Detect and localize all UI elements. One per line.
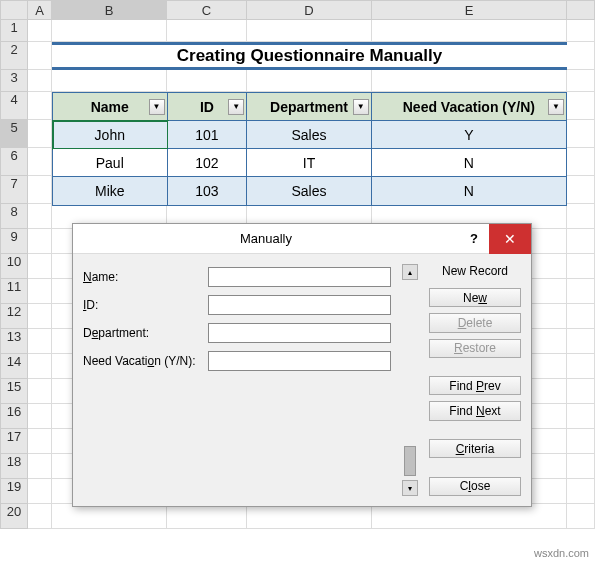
row-header-8[interactable]: 8 (0, 204, 28, 229)
table-cell[interactable]: Y (372, 121, 566, 149)
filter-dropdown-icon[interactable]: ▼ (149, 99, 165, 115)
cell[interactable] (567, 454, 595, 479)
cell[interactable] (567, 254, 595, 279)
row-header-18[interactable]: 18 (0, 454, 28, 479)
cell[interactable] (28, 504, 52, 529)
table-cell[interactable]: John (53, 121, 168, 149)
cell[interactable] (567, 176, 595, 204)
cell[interactable] (567, 429, 595, 454)
table-header-name[interactable]: Name▼ (53, 93, 168, 121)
table-cell[interactable]: IT (247, 149, 372, 177)
cell[interactable] (567, 229, 595, 254)
help-button[interactable]: ? (459, 224, 489, 254)
row-header-17[interactable]: 17 (0, 429, 28, 454)
cell[interactable] (28, 148, 52, 176)
cell[interactable] (28, 120, 52, 148)
cell[interactable] (167, 70, 247, 92)
id-input[interactable] (208, 295, 391, 315)
cell[interactable] (567, 304, 595, 329)
cell[interactable] (28, 42, 52, 70)
cell[interactable] (372, 504, 567, 529)
table-header-department[interactable]: Department▼ (247, 93, 372, 121)
record-scrollbar[interactable]: ▴ ▾ (401, 264, 419, 496)
cell[interactable] (28, 379, 52, 404)
name-input[interactable] (208, 267, 391, 287)
cell[interactable] (28, 454, 52, 479)
cell[interactable] (167, 504, 247, 529)
cell[interactable] (28, 254, 52, 279)
cell[interactable] (567, 504, 595, 529)
cell[interactable] (28, 479, 52, 504)
row-header-1[interactable]: 1 (0, 20, 28, 42)
row-header-6[interactable]: 6 (0, 148, 28, 176)
table-header-vacation[interactable]: Need Vacation (Y/N)▼ (372, 93, 566, 121)
table-cell[interactable]: Paul (53, 149, 168, 177)
find-prev-button[interactable]: Find Prev (429, 376, 521, 395)
row-header-10[interactable]: 10 (0, 254, 28, 279)
row-header-9[interactable]: 9 (0, 229, 28, 254)
cell[interactable] (28, 176, 52, 204)
cell[interactable] (28, 92, 52, 120)
cell[interactable] (167, 20, 247, 42)
cell[interactable] (567, 329, 595, 354)
col-header-c[interactable]: C (167, 0, 247, 20)
cell[interactable] (28, 229, 52, 254)
cell[interactable] (567, 92, 595, 120)
table-cell[interactable]: 101 (168, 121, 248, 149)
row-header-5[interactable]: 5 (0, 120, 28, 148)
cell[interactable] (28, 20, 52, 42)
table-header-id[interactable]: ID▼ (168, 93, 248, 121)
close-form-button[interactable]: Close (429, 477, 521, 496)
row-header-20[interactable]: 20 (0, 504, 28, 529)
scroll-up-icon[interactable]: ▴ (402, 264, 418, 280)
row-header-12[interactable]: 12 (0, 304, 28, 329)
row-header-14[interactable]: 14 (0, 354, 28, 379)
cell[interactable] (28, 70, 52, 92)
cell[interactable] (372, 70, 567, 92)
cell[interactable] (28, 204, 52, 229)
row-header-3[interactable]: 3 (0, 70, 28, 92)
scroll-thumb[interactable] (404, 446, 416, 476)
row-header-19[interactable]: 19 (0, 479, 28, 504)
cell[interactable] (28, 304, 52, 329)
select-all-corner[interactable] (0, 0, 28, 20)
cell[interactable] (28, 329, 52, 354)
cell[interactable] (567, 354, 595, 379)
cell[interactable] (567, 479, 595, 504)
department-input[interactable] (208, 323, 391, 343)
cell[interactable] (567, 20, 595, 42)
filter-dropdown-icon[interactable]: ▼ (228, 99, 244, 115)
vacation-input[interactable] (208, 351, 391, 371)
cell[interactable] (567, 70, 595, 92)
row-header-2[interactable]: 2 (0, 42, 28, 70)
col-header-b[interactable]: B (52, 0, 167, 20)
filter-dropdown-icon[interactable]: ▼ (548, 99, 564, 115)
new-button[interactable]: New (429, 288, 521, 307)
close-button[interactable]: ✕ (489, 224, 531, 254)
cell[interactable] (52, 20, 167, 42)
cell[interactable] (567, 379, 595, 404)
table-cell[interactable]: Mike (53, 177, 168, 205)
cell[interactable] (567, 204, 595, 229)
dialog-titlebar[interactable]: Manually ? ✕ (73, 224, 531, 254)
table-cell[interactable]: 102 (168, 149, 248, 177)
col-header-f[interactable] (567, 0, 595, 20)
cell[interactable] (567, 42, 595, 70)
cell[interactable] (567, 404, 595, 429)
cell[interactable] (247, 70, 372, 92)
col-header-d[interactable]: D (247, 0, 372, 20)
cell[interactable] (52, 70, 167, 92)
row-header-4[interactable]: 4 (0, 92, 28, 120)
row-header-16[interactable]: 16 (0, 404, 28, 429)
row-header-7[interactable]: 7 (0, 176, 28, 204)
table-cell[interactable]: 103 (168, 177, 248, 205)
table-cell[interactable]: Sales (247, 121, 372, 149)
cell[interactable] (28, 429, 52, 454)
scroll-down-icon[interactable]: ▾ (402, 480, 418, 496)
cell[interactable] (28, 404, 52, 429)
criteria-button[interactable]: Criteria (429, 439, 521, 458)
col-header-a[interactable]: A (28, 0, 52, 20)
cell[interactable] (567, 279, 595, 304)
cell[interactable] (247, 504, 372, 529)
cell[interactable] (372, 20, 567, 42)
